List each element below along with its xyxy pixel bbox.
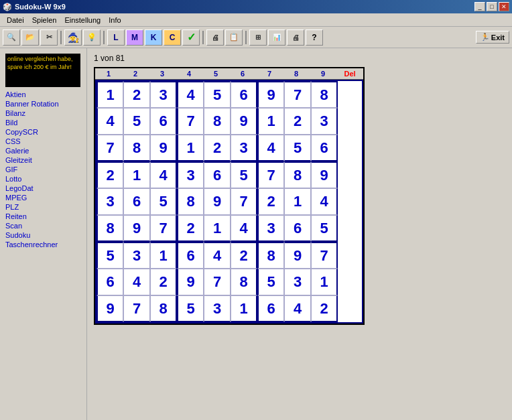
sidebar-item-sudoku[interactable]: Sudoku bbox=[0, 230, 86, 240]
table-row[interactable]: 1 bbox=[311, 269, 338, 295]
table-row[interactable]: 1 bbox=[284, 188, 311, 215]
table-row[interactable]: 3 bbox=[311, 108, 338, 135]
menu-einstellung[interactable]: Einstellung bbox=[60, 15, 105, 25]
menu-spielen[interactable]: Spielen bbox=[28, 15, 61, 25]
sidebar-item-gleitzeit[interactable]: Gleitzeit bbox=[0, 155, 86, 165]
table-row[interactable]: 9 bbox=[97, 295, 123, 322]
cut-btn[interactable]: ✂ bbox=[40, 29, 58, 46]
grid-btn[interactable]: ⊞ bbox=[249, 29, 267, 46]
sidebar-item-aktien[interactable]: Aktien bbox=[0, 90, 86, 99]
sidebar-item-bilanz[interactable]: Bilanz bbox=[0, 109, 86, 118]
table-row[interactable]: 9 bbox=[257, 81, 284, 108]
sidebar-item-bild[interactable]: Bild bbox=[0, 118, 86, 127]
table-row[interactable]: 7 bbox=[231, 188, 257, 215]
table-row[interactable]: 8 bbox=[284, 161, 311, 188]
table-row[interactable]: 7 bbox=[177, 108, 204, 135]
table-row[interactable]: 4 bbox=[284, 295, 311, 322]
table-row[interactable]: 2 bbox=[97, 161, 123, 188]
table-row[interactable]: 5 bbox=[150, 188, 177, 215]
table-row[interactable]: 8 bbox=[123, 135, 150, 161]
table-row[interactable]: 5 bbox=[177, 295, 204, 322]
table-row[interactable]: 8 bbox=[311, 81, 338, 108]
table-row[interactable]: 3 bbox=[123, 242, 150, 269]
table-row[interactable]: 1 bbox=[123, 161, 150, 188]
wizard-btn[interactable]: 🧙 bbox=[64, 29, 82, 46]
table-row[interactable]: 2 bbox=[204, 135, 231, 161]
table-row[interactable]: 6 bbox=[97, 269, 123, 295]
table-row[interactable]: 4 bbox=[177, 81, 204, 108]
close-button[interactable]: ✕ bbox=[499, 2, 509, 11]
banner-ad[interactable]: online vergleichen habe, spare ich 200 €… bbox=[5, 54, 80, 87]
table-row[interactable]: 3 bbox=[231, 135, 257, 161]
table-row[interactable]: 9 bbox=[311, 161, 338, 188]
table-row[interactable]: 2 bbox=[177, 215, 204, 242]
table-row[interactable]: 4 bbox=[257, 135, 284, 161]
help-btn[interactable]: ? bbox=[306, 29, 323, 46]
table-row[interactable]: 4 bbox=[204, 242, 231, 269]
table-row[interactable]: 1 bbox=[204, 215, 231, 242]
print-btn[interactable]: 🖨 bbox=[206, 29, 224, 46]
exit-button[interactable]: 🏃 Exit bbox=[476, 31, 509, 44]
table-row[interactable]: 3 bbox=[177, 161, 204, 188]
table-row[interactable]: 9 bbox=[177, 269, 204, 295]
table-row[interactable]: 2 bbox=[284, 108, 311, 135]
table-row[interactable]: 2 bbox=[150, 269, 177, 295]
table-row[interactable]: 4 bbox=[123, 269, 150, 295]
table-row[interactable]: 7 bbox=[257, 161, 284, 188]
table-row[interactable]: 8 bbox=[150, 295, 177, 322]
sidebar-item-gif[interactable]: GIF bbox=[0, 165, 86, 174]
menu-info[interactable]: Info bbox=[105, 15, 125, 25]
c-btn[interactable]: C bbox=[164, 29, 181, 46]
table-row[interactable]: 5 bbox=[123, 108, 150, 135]
table-row[interactable]: 1 bbox=[97, 81, 123, 108]
table-row[interactable]: 4 bbox=[97, 108, 123, 135]
table-row[interactable]: 5 bbox=[231, 161, 257, 188]
table-row[interactable]: 2 bbox=[311, 295, 338, 322]
table-row[interactable]: 5 bbox=[257, 269, 284, 295]
table-row[interactable]: 3 bbox=[150, 81, 177, 108]
sidebar-item-mpeg[interactable]: MPEG bbox=[0, 193, 86, 202]
table-row[interactable]: 3 bbox=[204, 295, 231, 322]
table-row[interactable]: 2 bbox=[257, 188, 284, 215]
clipboard-btn[interactable]: 📋 bbox=[225, 29, 243, 46]
sidebar-item-taschenrechner[interactable]: Taschenrechner bbox=[0, 240, 86, 249]
table-row[interactable]: 1 bbox=[257, 108, 284, 135]
table-row[interactable]: 3 bbox=[257, 215, 284, 242]
table-row[interactable]: 6 bbox=[257, 295, 284, 322]
table-row[interactable]: 9 bbox=[284, 242, 311, 269]
table-row[interactable]: 5 bbox=[311, 215, 338, 242]
table-row[interactable]: 7 bbox=[204, 269, 231, 295]
print2-btn[interactable]: 🖨 bbox=[287, 29, 304, 46]
menu-datei[interactable]: Datei bbox=[3, 15, 28, 25]
table-row[interactable]: 4 bbox=[311, 188, 338, 215]
table-row[interactable]: 8 bbox=[231, 269, 257, 295]
table-row[interactable]: 7 bbox=[150, 215, 177, 242]
sidebar-item-lotto[interactable]: Lotto bbox=[0, 174, 86, 184]
table-row[interactable]: 8 bbox=[204, 108, 231, 135]
m-btn[interactable]: M bbox=[126, 29, 143, 46]
maximize-button[interactable]: □ bbox=[487, 2, 497, 11]
del-header[interactable]: Del bbox=[336, 68, 363, 79]
table-row[interactable]: 2 bbox=[123, 81, 150, 108]
table-row[interactable]: 7 bbox=[97, 135, 123, 161]
table-row[interactable]: 6 bbox=[177, 242, 204, 269]
table-row[interactable]: 1 bbox=[177, 135, 204, 161]
table-row[interactable]: 3 bbox=[97, 188, 123, 215]
table-row[interactable]: 9 bbox=[204, 188, 231, 215]
open-btn[interactable]: 📂 bbox=[21, 29, 39, 46]
table-row[interactable]: 9 bbox=[231, 108, 257, 135]
sidebar-item-css[interactable]: CSS bbox=[0, 137, 86, 146]
table-row[interactable]: 9 bbox=[150, 135, 177, 161]
table-row[interactable]: 8 bbox=[97, 215, 123, 242]
table-row[interactable]: 7 bbox=[123, 295, 150, 322]
table-row[interactable]: 3 bbox=[284, 269, 311, 295]
sidebar-item-legodat[interactable]: LegoDat bbox=[0, 184, 86, 193]
sidebar-item-copyscr[interactable]: CopySCR bbox=[0, 127, 86, 137]
table-row[interactable]: 6 bbox=[204, 161, 231, 188]
sidebar-item-reiten[interactable]: Reiten bbox=[0, 212, 86, 221]
sidebar-item-plz[interactable]: PLZ bbox=[0, 202, 86, 212]
stats-btn[interactable]: 📊 bbox=[268, 29, 285, 46]
hint-btn[interactable]: 💡 bbox=[83, 29, 101, 46]
table-row[interactable]: 6 bbox=[284, 215, 311, 242]
check-btn[interactable]: ✓ bbox=[182, 29, 200, 46]
